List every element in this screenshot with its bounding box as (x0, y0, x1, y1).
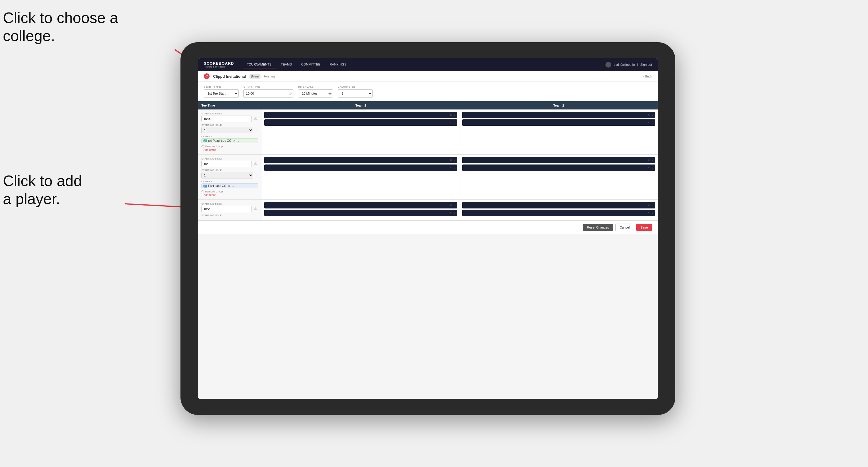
ann2-line2: a player. (3, 190, 60, 207)
p3-x-icon-2: ✕ (450, 211, 452, 214)
nav-item-rankings[interactable]: RANKINGS (326, 61, 350, 68)
course-label-1: COURSE: (202, 135, 258, 138)
start-time-input[interactable] (243, 89, 293, 97)
time-icon-1: ⓘ (253, 116, 258, 121)
brand: SCOREBOARD Powered by clippd (204, 61, 234, 68)
header-tee-time: Tee Time (198, 101, 262, 110)
nav-item-teams[interactable]: TEAMS (277, 61, 296, 68)
top-nav: SCOREBOARD Powered by clippd TOURNAMENTS… (198, 58, 658, 71)
course-letter-1: A (204, 139, 207, 143)
team2-player-row-2-1[interactable]: ✕ ⌄ (462, 157, 655, 163)
team2-player-row-1-2[interactable]: ✕ ⌄ (462, 119, 655, 126)
t2-chevron-icon-2: ⌄ (651, 121, 653, 124)
team2-player-row-2-2[interactable]: ✕ ⌄ (462, 164, 655, 171)
schedule-block-1: STARTING TIME: ⓘ STARTING HOLE: 1 ↕ (198, 110, 658, 155)
course-name-1: (A) Peachtree GC (208, 139, 231, 143)
nav-item-committee[interactable]: COMMITTEE (297, 61, 324, 68)
intervals-select[interactable]: 10 Minutes (298, 89, 333, 97)
player-row-2-1[interactable]: ✕ ⌄ (264, 157, 457, 163)
t22-chevron-icon: ⌄ (651, 159, 653, 162)
p3-chevron-icon: ⌄ (453, 204, 456, 207)
clock-icon: ⓘ (289, 91, 292, 95)
add-group-1[interactable]: + Add Group (202, 149, 258, 151)
player-row-icons-1-2: ✕ ⌄ (450, 121, 456, 124)
team2-player-row-3-2[interactable]: ✕ ⌄ (462, 210, 655, 216)
remove-group-2[interactable]: ◯ Remove Group (202, 190, 258, 193)
ann1-line2: college. (3, 27, 55, 44)
t2-x-icon: ✕ (648, 114, 650, 117)
user-avatar (606, 62, 611, 67)
hole-arrows-1: ↕ (254, 128, 258, 132)
course-remove-2[interactable]: ✕ (228, 185, 230, 187)
schedule-block-2: STARTING TIME: ⓘ STARTING HOLE: 1 ↕ (198, 155, 658, 200)
hole-arrows-2: ↕ (254, 173, 258, 178)
t23-chevron-icon-2: ⌄ (651, 211, 653, 214)
start-type-select[interactable]: 1st Tee Start (204, 89, 239, 97)
starting-time-row-1: ⓘ (202, 116, 258, 122)
group-size-group: Group Size 3 (338, 85, 373, 97)
schedule-rows: STARTING TIME: ⓘ STARTING HOLE: 1 ↕ (198, 110, 658, 220)
player-row-icons-1-1: ✕ ⌄ (450, 114, 456, 117)
main-content: Start Type 1st Tee Start Start Time ⓘ In… (198, 82, 658, 399)
brand-title: SCOREBOARD (204, 61, 234, 65)
team1-cell-1: ✕ ⌄ ✕ ⌄ (262, 110, 460, 154)
intervals-group: Intervals 10 Minutes ⓘ (298, 85, 333, 97)
group-size-select[interactable]: 3 (338, 89, 373, 97)
clippd-logo: C (204, 73, 210, 79)
course-chevron-1[interactable]: ⌄ (237, 139, 240, 143)
remove-group-1[interactable]: ◯ Remove Group (202, 145, 258, 148)
starting-hole-select-2[interactable]: 1 (202, 172, 253, 179)
starting-time-input-2[interactable] (202, 161, 252, 167)
cancel-button[interactable]: Cancel (615, 224, 634, 231)
left-panel-1: STARTING TIME: ⓘ STARTING HOLE: 1 ↕ (198, 110, 262, 154)
course-remove-1[interactable]: ✕ (233, 139, 236, 143)
team2-cell-3: ✕ ⌄ ✕ ⌄ (460, 200, 658, 220)
bottom-bar: Reset Changes Cancel Save (198, 220, 658, 234)
reset-button[interactable]: Reset Changes (583, 224, 613, 231)
tablet-frame: SCOREBOARD Powered by clippd TOURNAMENTS… (181, 42, 675, 415)
course-chevron-2[interactable]: ⌄ (232, 185, 234, 187)
back-button[interactable]: ‹ Back (643, 74, 652, 78)
start-time-input-wrapper: ⓘ (243, 89, 293, 97)
nav-right: blair@clippd.io | Sign out (606, 62, 652, 67)
group-size-label: Group Size (338, 85, 373, 88)
course-letter-2: E (204, 185, 207, 187)
team2-player-row-1-1[interactable]: ✕ ⌄ (462, 112, 655, 118)
event-name: Clippd Invitational (213, 74, 246, 79)
p2-chevron-icon-2: ⌄ (453, 166, 456, 169)
controls-row: Start Type 1st Tee Start Start Time ⓘ In… (198, 82, 658, 101)
start-time-label: Start Time (243, 85, 293, 88)
add-group-2[interactable]: + Add Group (202, 194, 258, 196)
course-tag-1[interactable]: A (A) Peachtree GC ✕ ⌄ (202, 138, 258, 143)
player-row-3-2[interactable]: ✕ ⌄ (264, 210, 457, 216)
nav-item-tournaments[interactable]: TOURNAMENTS (243, 61, 276, 68)
time-icon-2: ⓘ (253, 161, 258, 166)
header-team2: Team 2 (460, 101, 658, 110)
nav-items: TOURNAMENTS TEAMS COMMITTEE RANKINGS (243, 61, 606, 68)
team1-cell-2: ✕ ⌄ ✕ ⌄ (262, 155, 460, 199)
player-row-1-2[interactable]: ✕ ⌄ (264, 119, 457, 126)
player-row-1-1[interactable]: ✕ ⌄ (264, 112, 457, 118)
starting-hole-select-1[interactable]: 1 (202, 127, 253, 133)
team2-player-row-3-1[interactable]: ✕ ⌄ (462, 202, 655, 209)
course-label-2: COURSE: (202, 180, 258, 183)
sign-out-link[interactable]: Sign out (640, 63, 652, 66)
starting-time-input-1[interactable] (202, 116, 252, 122)
hosting-label: Hosting (264, 74, 275, 78)
schedule-block-3: STARTING TIME: ⓘ STARTING HOLE: ✕ ⌄ (198, 200, 658, 220)
team2-cell-1: ✕ ⌄ ✕ ⌄ (460, 110, 658, 154)
ann1-line1: Click to choose a (3, 9, 118, 26)
starting-time-row-3: ⓘ (202, 206, 258, 212)
save-button[interactable]: Save (636, 224, 652, 231)
course-tag-2[interactable]: E East Lake GC ✕ ⌄ (202, 183, 258, 188)
starting-time-input-3[interactable] (202, 206, 252, 212)
player-x-icon: ✕ (450, 114, 452, 117)
ann2-line1: Click to add (3, 173, 82, 189)
player-row-3-1[interactable]: ✕ ⌄ (264, 202, 457, 209)
starting-hole-label-2: STARTING HOLE: (202, 169, 258, 172)
player-row-2-2[interactable]: ✕ ⌄ (264, 164, 457, 171)
start-time-group: Start Time ⓘ (243, 85, 293, 97)
intervals-label: Intervals (298, 85, 333, 88)
p3-chevron-icon-2: ⌄ (453, 211, 456, 214)
p2-x-icon-2: ✕ (450, 166, 452, 169)
